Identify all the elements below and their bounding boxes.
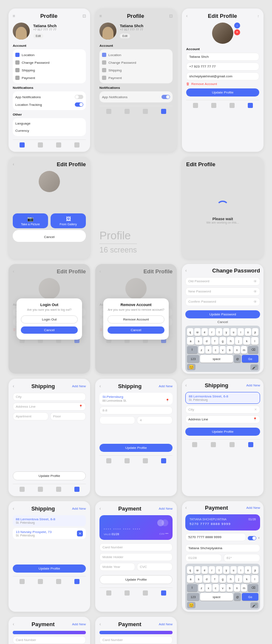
pay-key-m[interactable]: m [241, 584, 247, 592]
key-space[interactable]: space [200, 355, 233, 363]
key-g[interactable]: g [219, 337, 227, 345]
menu-currency[interactable]: Currency [15, 127, 83, 134]
add-new-ship-empty[interactable]: Add New [72, 384, 86, 388]
nav-cart-ship3[interactable] [211, 442, 216, 447]
menu-shipping-2[interactable]: Shipping [102, 66, 170, 74]
key-k[interactable]: k [243, 337, 250, 345]
nav-home-ship[interactable] [20, 487, 25, 492]
nav-heart-pay[interactable] [143, 590, 148, 596]
menu-shipping[interactable]: Shipping [15, 66, 83, 74]
app-notifications-toggle[interactable] [75, 95, 83, 99]
menu-location[interactable]: Location [15, 51, 83, 59]
pay-key-go[interactable]: Go [242, 593, 258, 601]
key-h[interactable]: h [227, 337, 234, 345]
apartment-field-empty[interactable]: Apartment [13, 412, 48, 420]
key-u[interactable]: u [230, 328, 237, 336]
expiry-kb[interactable]: 01/28 [185, 554, 222, 562]
pay-key-g[interactable]: g [219, 575, 227, 583]
menu-payment-2[interactable]: Payment [102, 74, 170, 82]
add-new-pb2[interactable]: Add New [159, 622, 173, 626]
pay-emoji-key[interactable]: 😊 [187, 602, 196, 608]
key-q[interactable]: q [187, 328, 193, 336]
menu-language[interactable]: Language [15, 120, 83, 127]
delete-icon[interactable]: ✕ [234, 29, 240, 35]
pay-key-s[interactable]: s [195, 575, 202, 583]
take-picture-btn[interactable]: 📷 Take a Picture [13, 213, 48, 228]
nav-heart-ship[interactable] [56, 487, 61, 492]
mic-key[interactable]: 🎤 [250, 364, 258, 370]
add-new-ship-filled[interactable]: Add New [159, 384, 173, 388]
nav-cart-2[interactable] [125, 109, 130, 114]
card-number-field[interactable]: Card Number [99, 543, 173, 551]
confirm-password-field[interactable]: Confirm Password 👁 [185, 298, 260, 306]
update-ship-empty-btn[interactable]: Update Profile [13, 471, 86, 480]
key-delete[interactable]: ⌫ [248, 346, 258, 354]
nav-profile-ship[interactable] [74, 487, 79, 492]
nav-profile-ship3[interactable] [248, 442, 253, 447]
address-field-empty[interactable]: Address Line 📍 [13, 403, 86, 411]
nav-home-pay[interactable] [106, 590, 111, 596]
nav-heart-ship2[interactable] [143, 458, 148, 463]
key-w[interactable]: w [194, 328, 201, 336]
key-n[interactable]: n [234, 346, 240, 354]
delete-addr-icon[interactable]: ✕ [77, 531, 83, 536]
nav-home-2[interactable] [106, 109, 111, 114]
nav-profile-multi[interactable] [74, 579, 79, 584]
remove-account[interactable]: 🗑 Remove Account [186, 82, 259, 86]
pay-key-x[interactable]: x [205, 584, 212, 592]
nav-profile-pay[interactable] [161, 590, 166, 596]
key-c[interactable]: c [212, 346, 219, 354]
key-123[interactable]: 123 [187, 355, 199, 363]
add-new-pay-kb[interactable]: Add New [246, 506, 260, 510]
card-num-pb1[interactable]: Card Number [13, 636, 86, 644]
pay-key-h[interactable]: h [227, 575, 234, 583]
pay-key-delete[interactable]: ⌫ [248, 584, 258, 592]
key-j[interactable]: j [235, 337, 242, 345]
new-password-field[interactable]: New Password 👁 [185, 287, 260, 296]
nav-cart-ship[interactable] [38, 487, 43, 492]
nav-heart-2[interactable] [143, 109, 148, 114]
key-at[interactable]: @ [234, 355, 241, 363]
add-new-multi[interactable]: Add New [72, 507, 86, 511]
key-e[interactable]: e [201, 328, 208, 336]
key-z[interactable]: z [198, 346, 205, 354]
back-arrow-multi[interactable]: ‹ [13, 506, 14, 511]
menu-location-tracking[interactable]: Location Tracking [15, 101, 83, 108]
expiry-field[interactable]: Mobile Year [99, 563, 135, 571]
logout-cancel-btn[interactable]: Cancel [21, 326, 78, 334]
pay-key-at[interactable]: @ [234, 593, 241, 601]
pay-key-o[interactable]: o [245, 566, 251, 574]
cvv-kb[interactable]: 61* [224, 554, 260, 562]
pay-key-q[interactable]: q [187, 566, 193, 574]
pay-key-a[interactable]: a [187, 575, 194, 583]
nav-heart-multi[interactable] [56, 579, 61, 584]
update-pay-empty-btn[interactable]: Update Profile [99, 575, 173, 584]
floor-filled[interactable]: 4 [137, 416, 173, 424]
key-d[interactable]: d [203, 337, 210, 345]
back-arrow-photo[interactable]: ‹ [13, 162, 14, 167]
remove-confirm-btn[interactable]: Remove Account [108, 315, 164, 323]
update-password-btn[interactable]: Update Password [185, 310, 260, 318]
pay-key-z[interactable]: z [198, 584, 205, 592]
city-field-edit[interactable]: City ✕ [185, 406, 260, 414]
pay-key-space[interactable]: space [200, 593, 233, 601]
back-arrow-pay-kb[interactable]: ‹ [185, 505, 187, 510]
pay-key-123[interactable]: 123 [187, 593, 199, 601]
remove-cancel-btn[interactable]: Cancel [108, 326, 164, 334]
upload-icon[interactable]: ↑ [234, 23, 240, 28]
notifications-toggle-2[interactable] [162, 95, 170, 99]
edit-button[interactable]: Edit [33, 34, 43, 38]
pay-key-j[interactable]: j [235, 575, 242, 583]
menu-password-2[interactable]: Change Password [102, 59, 170, 66]
pay-key-v[interactable]: v [220, 584, 226, 592]
back-arrow[interactable]: ‹ [186, 14, 187, 18]
logout-confirm-btn[interactable]: Login Out [21, 315, 78, 323]
key-m[interactable]: m [241, 346, 247, 354]
notif-toggle-2[interactable]: App Notifications [102, 93, 170, 101]
pay-key-w[interactable]: w [194, 566, 201, 574]
email-field[interactable]: shcheplyakhinat@gmail.com [186, 72, 259, 80]
menu-change-password[interactable]: Change Password [15, 59, 83, 66]
back-arrow-pb2[interactable]: ‹ [99, 622, 101, 627]
city-field-empty[interactable]: City [13, 393, 86, 401]
nav-heart-ship3[interactable] [230, 442, 235, 447]
